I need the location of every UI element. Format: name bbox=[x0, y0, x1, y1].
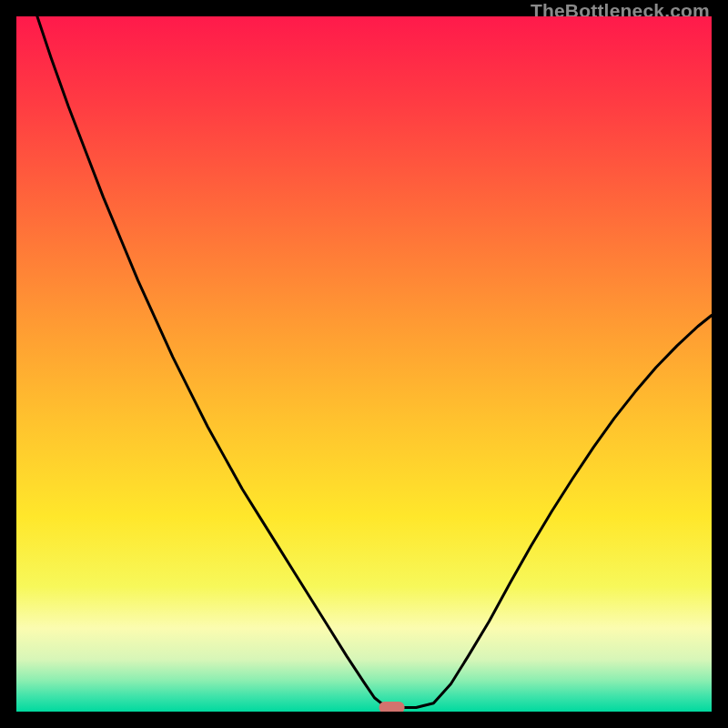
gradient-background bbox=[16, 16, 712, 712]
bottleneck-chart bbox=[16, 16, 712, 712]
chart-svg bbox=[16, 16, 712, 712]
chart-frame: TheBottleneck.com bbox=[0, 0, 728, 728]
optimum-marker bbox=[379, 702, 405, 712]
